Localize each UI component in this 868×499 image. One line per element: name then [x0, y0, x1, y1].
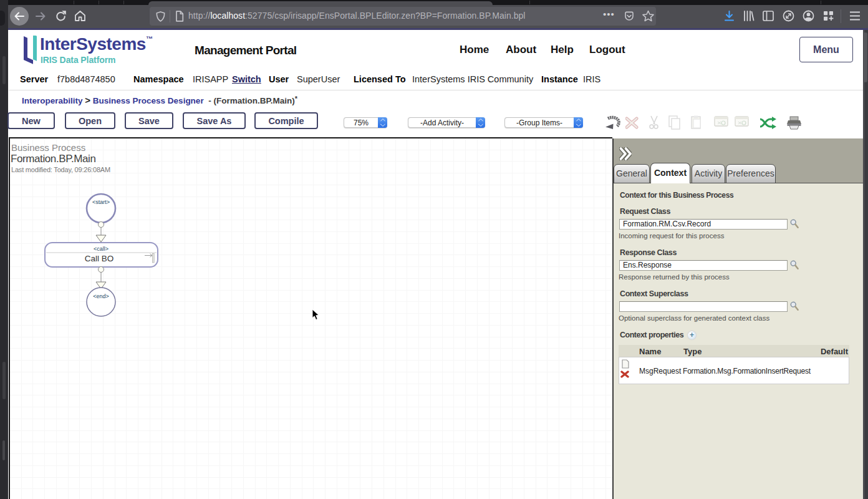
svg-text:<start>: <start>	[92, 199, 110, 205]
svg-text:Call BO: Call BO	[85, 254, 114, 263]
svg-text:<end>: <end>	[93, 293, 109, 299]
svg-text:<call>: <call>	[94, 246, 109, 252]
